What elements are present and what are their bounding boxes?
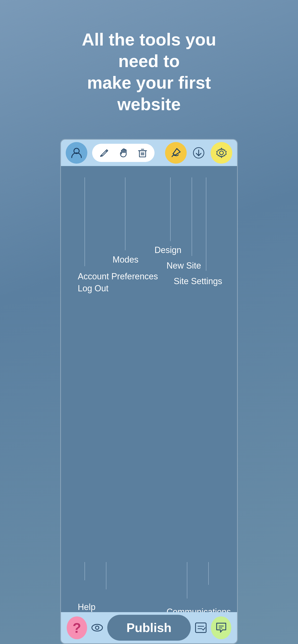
checklist-button[interactable] <box>191 616 211 639</box>
new-site-label: New Site <box>167 261 201 271</box>
help-button[interactable]: ? <box>67 616 87 639</box>
log-out-label: Log Out <box>78 284 108 294</box>
download-icon <box>192 146 205 159</box>
svg-point-21 <box>95 626 99 630</box>
help-icon: ? <box>73 620 81 636</box>
gear-icon <box>215 146 228 159</box>
paintbrush-icon <box>170 146 182 159</box>
chat-icon <box>214 621 228 635</box>
modes-group <box>92 144 155 162</box>
pencil-icon <box>99 147 110 158</box>
toolbar-left <box>66 142 155 164</box>
checklist-icon <box>194 620 208 635</box>
publish-button[interactable]: Publish <box>107 615 191 641</box>
top-toolbar <box>61 140 237 166</box>
help-label: Help <box>78 602 95 612</box>
pencil-mode-button[interactable] <box>97 146 111 160</box>
design-button[interactable] <box>165 142 187 164</box>
hero-line1: All the tools you need to <box>82 30 216 71</box>
communications-label: Communications <box>167 607 231 612</box>
svg-point-10 <box>220 151 223 155</box>
settings-button[interactable] <box>211 142 232 164</box>
preview-label: Preview <box>87 612 118 612</box>
hand-icon <box>118 147 129 158</box>
hero-line2: make your first website <box>87 73 211 114</box>
preview-button[interactable] <box>87 616 107 639</box>
phone-frame: Account Preferences Log Out Modes Design… <box>60 139 238 644</box>
new-site-button[interactable] <box>189 143 208 162</box>
svg-rect-22 <box>196 623 206 632</box>
main-canvas: Account Preferences Log Out Modes Design… <box>61 166 237 612</box>
annotation-lines <box>61 166 237 612</box>
trash-icon <box>137 147 148 158</box>
site-settings-label: Site Settings <box>174 276 222 286</box>
hand-mode-button[interactable] <box>116 146 130 160</box>
toolbar-right <box>165 142 232 164</box>
user-icon <box>70 146 83 159</box>
eye-icon <box>90 620 104 635</box>
trash-mode-button[interactable] <box>135 146 150 160</box>
hero-text: All the tools you need to make your firs… <box>65 29 233 115</box>
modes-label: Modes <box>112 255 138 265</box>
publish-label: Publish <box>126 621 172 635</box>
design-label: Design <box>155 245 181 255</box>
bottom-toolbar: ? Publish <box>61 612 237 643</box>
account-preferences-label: Account Preferences <box>78 272 158 282</box>
svg-point-20 <box>92 624 102 631</box>
communications-button[interactable] <box>211 616 231 639</box>
user-button[interactable] <box>66 142 87 164</box>
